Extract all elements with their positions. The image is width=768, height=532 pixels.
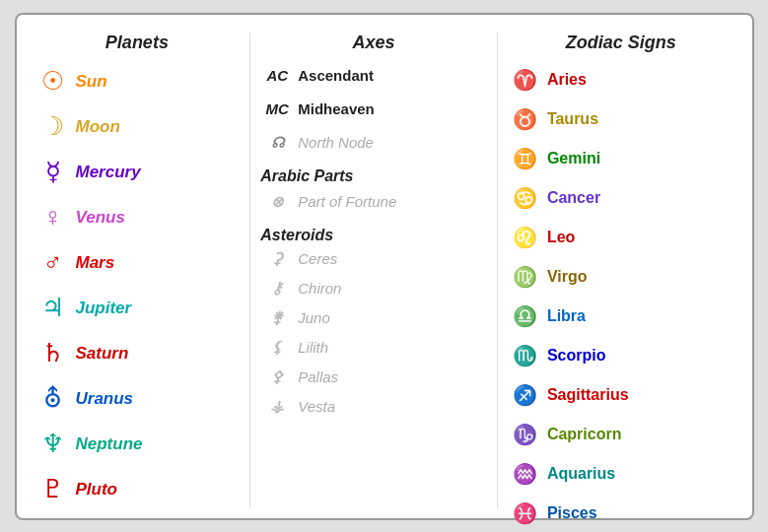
planet-name-neptune: Neptune bbox=[76, 434, 143, 454]
zodiac-name-sagittarius: Sagittarius bbox=[547, 386, 629, 404]
asteroid-row: ⚵Juno bbox=[260, 305, 487, 331]
planet-symbol-sun: ☉ bbox=[35, 66, 72, 97]
zodiac-symbol-cancer: ♋ bbox=[508, 186, 543, 210]
zodiac-name-aquarius: Aquarius bbox=[547, 465, 615, 483]
planet-symbol-mars: ♂ bbox=[35, 247, 72, 278]
planet-symbol-neptune: ♆ bbox=[35, 429, 72, 459]
planet-name-mars: Mars bbox=[76, 253, 115, 273]
axis-name-ascendant: Ascendant bbox=[298, 67, 374, 84]
zodiac-name-cancer: Cancer bbox=[547, 189, 600, 207]
zodiac-symbol-libra: ♎ bbox=[508, 304, 543, 328]
arabic-symbol: ⊗ bbox=[260, 193, 294, 211]
asteroid-row: ⚶Vesta bbox=[260, 394, 487, 420]
planet-row: ☽Moon bbox=[35, 106, 241, 148]
zodiac-name-capricorn: Capricorn bbox=[547, 426, 622, 443]
zodiac-name-leo: Leo bbox=[547, 229, 575, 246]
zodiac-row: ♌Leo bbox=[508, 219, 734, 256]
zodiac-name-scorpio: Scorpio bbox=[547, 347, 606, 365]
zodiac-symbol-aries: ♈ bbox=[508, 68, 543, 92]
zodiac-row: ♒Aquarius bbox=[508, 455, 734, 493]
planet-name-uranus: Uranus bbox=[76, 389, 134, 409]
zodiac-row: ♑Capricorn bbox=[508, 416, 734, 453]
planet-name-moon: Moon bbox=[76, 117, 120, 137]
asteroids-list: ⚳Ceres⚷Chiron⚵Juno⚸Lilith⚴Pallas⚶Vesta bbox=[260, 246, 487, 424]
zodiac-symbol-scorpio: ♏ bbox=[508, 344, 543, 367]
zodiac-header: Zodiac Signs bbox=[508, 33, 734, 53]
planet-row: ♇Pluto bbox=[35, 469, 241, 510]
axis-row: ACAscendant bbox=[260, 61, 487, 91]
planet-name-jupiter: Jupiter bbox=[76, 299, 132, 318]
axis-symbol-midheaven: MC bbox=[260, 100, 294, 117]
axis-symbol-north-node: ☊ bbox=[260, 134, 294, 152]
asteroid-name-pallas: Pallas bbox=[298, 368, 338, 385]
planet-name-saturn: Saturn bbox=[76, 344, 129, 364]
planet-symbol-pluto: ♇ bbox=[35, 474, 72, 504]
zodiac-row: ♊Gemini bbox=[508, 140, 734, 177]
main-card: Planets ☉Sun☽Moon☿Mercury♀Venus♂Mars♃Jup… bbox=[15, 13, 754, 520]
planet-row: ♂Mars bbox=[35, 242, 241, 284]
arabic-list: ⊗Part of Fortune bbox=[260, 187, 487, 221]
axis-row: ☊North Node bbox=[260, 128, 487, 158]
planet-row: ⛢Uranus bbox=[35, 378, 241, 420]
asteroid-symbol-pallas: ⚴ bbox=[260, 367, 294, 386]
planet-row: ♄Saturn bbox=[35, 333, 241, 374]
planet-symbol-jupiter: ♃ bbox=[35, 293, 72, 323]
axes-column: Axes ACAscendantMCMidheaven☊North Node A… bbox=[252, 33, 495, 508]
zodiac-name-gemini: Gemini bbox=[547, 150, 600, 167]
planet-row: ♀Venus bbox=[35, 197, 241, 238]
asteroid-name-lilith: Lilith bbox=[298, 339, 328, 356]
divider-1 bbox=[249, 33, 250, 508]
zodiac-row: ♍Virgo bbox=[508, 258, 734, 296]
planet-name-mercury: Mercury bbox=[76, 163, 141, 182]
zodiac-symbol-virgo: ♍ bbox=[508, 265, 543, 289]
asteroid-row: ⚴Pallas bbox=[260, 365, 487, 390]
zodiac-symbol-capricorn: ♑ bbox=[508, 423, 543, 446]
planet-symbol-venus: ♀ bbox=[35, 202, 72, 233]
asteroid-symbol-juno: ⚵ bbox=[260, 308, 294, 327]
asteroid-symbol-lilith: ⚸ bbox=[260, 338, 294, 357]
planet-symbol-moon: ☽ bbox=[35, 111, 72, 142]
zodiac-row: ♐Sagittarius bbox=[508, 376, 734, 414]
asteroid-symbol-vesta: ⚶ bbox=[260, 397, 294, 416]
zodiac-row: ♈Aries bbox=[508, 61, 734, 99]
asteroid-name-chiron: Chiron bbox=[298, 280, 341, 297]
divider-2 bbox=[497, 33, 498, 508]
planet-symbol-saturn: ♄ bbox=[35, 338, 72, 368]
zodiac-symbol-taurus: ♉ bbox=[508, 107, 543, 131]
zodiac-name-taurus: Taurus bbox=[547, 110, 598, 128]
zodiac-symbol-aquarius: ♒ bbox=[508, 462, 543, 486]
arabic-name: Part of Fortune bbox=[298, 193, 396, 210]
zodiac-symbol-sagittarius: ♐ bbox=[508, 383, 543, 407]
axis-symbol-ascendant: AC bbox=[260, 67, 294, 84]
arabic-header: Arabic Parts bbox=[260, 167, 487, 185]
zodiac-row: ♎Libra bbox=[508, 298, 734, 335]
axes-list: ACAscendantMCMidheaven☊North Node bbox=[260, 61, 487, 162]
zodiac-name-libra: Libra bbox=[547, 307, 586, 325]
zodiac-symbol-leo: ♌ bbox=[508, 226, 543, 249]
asteroid-row: ⚳Ceres bbox=[260, 246, 487, 272]
asteroid-symbol-chiron: ⚷ bbox=[260, 279, 294, 298]
zodiac-symbol-gemini: ♊ bbox=[508, 147, 543, 170]
axis-name-north-node: North Node bbox=[298, 134, 374, 151]
planets-list: ☉Sun☽Moon☿Mercury♀Venus♂Mars♃Jupiter♄Sat… bbox=[35, 61, 241, 514]
planet-row: ♆Neptune bbox=[35, 424, 241, 465]
asteroids-header: Asteroids bbox=[260, 227, 487, 244]
axes-header: Axes bbox=[260, 33, 487, 53]
zodiac-name-aries: Aries bbox=[547, 71, 587, 89]
asteroid-name-juno: Juno bbox=[298, 309, 330, 326]
planet-row: ☉Sun bbox=[35, 61, 241, 102]
zodiac-name-virgo: Virgo bbox=[547, 268, 588, 286]
planet-name-pluto: Pluto bbox=[76, 480, 118, 499]
zodiac-column: Zodiac Signs ♈Aries♉Taurus♊Gemini♋Cancer… bbox=[500, 33, 742, 508]
planet-symbol-mercury: ☿ bbox=[35, 157, 72, 187]
planets-column: Planets ☉Sun☽Moon☿Mercury♀Venus♂Mars♃Jup… bbox=[27, 33, 248, 508]
planet-row: ☿Mercury bbox=[35, 152, 241, 193]
zodiac-list: ♈Aries♉Taurus♊Gemini♋Cancer♌Leo♍Virgo♎Li… bbox=[508, 61, 734, 533]
asteroid-row: ⚸Lilith bbox=[260, 335, 487, 361]
zodiac-row: ♋Cancer bbox=[508, 179, 734, 217]
axis-name-midheaven: Midheaven bbox=[298, 100, 375, 117]
asteroid-row: ⚷Chiron bbox=[260, 276, 487, 301]
asteroid-symbol-ceres: ⚳ bbox=[260, 249, 294, 268]
asteroid-name-vesta: Vesta bbox=[298, 398, 335, 415]
zodiac-row: ♓Pisces bbox=[508, 495, 734, 532]
